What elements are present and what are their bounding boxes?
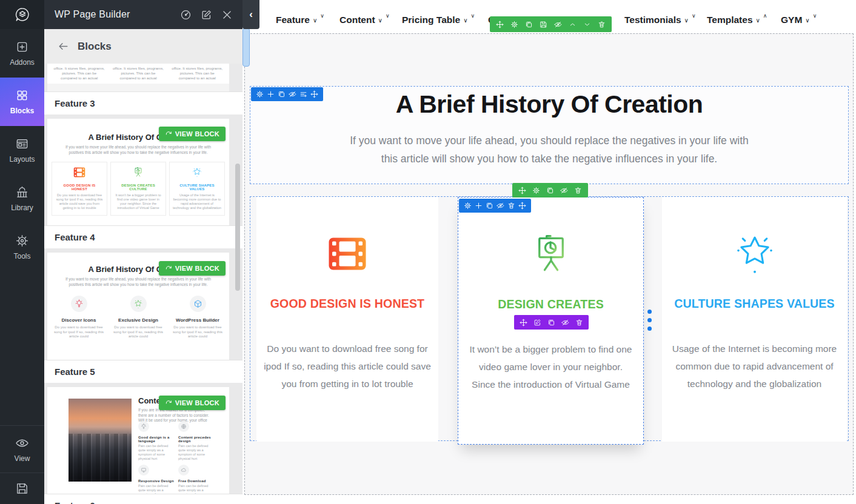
panel-title: Blocks: [78, 41, 112, 53]
sidebar-item-addons[interactable]: Addons: [0, 29, 44, 78]
presentation-icon: [133, 167, 144, 177]
nav-item-feature[interactable]: Feature ∨∨: [276, 15, 324, 25]
copy-button[interactable]: [486, 202, 493, 210]
collapse-panel-button[interactable]: ‹: [242, 0, 259, 29]
page-section[interactable]: A Brief History Of Creation If you want …: [244, 33, 854, 495]
copy-button[interactable]: [278, 90, 286, 98]
eye-off-button[interactable]: [554, 21, 562, 28]
mini-feature-card: DESIGN CREATES CULTURE It won’t be a big…: [110, 162, 166, 216]
nav-item-pricing-table[interactable]: Pricing Table ∨∨: [402, 15, 475, 25]
sidebar-item-blocks[interactable]: Blocks: [0, 78, 44, 126]
chev-down-icon: [583, 21, 591, 28]
save-button[interactable]: [0, 472, 44, 504]
gear-button[interactable]: [510, 21, 518, 28]
back-arrow-icon[interactable]: [58, 41, 69, 52]
chevron-down-small-icon: ∨: [471, 13, 475, 19]
app-logo[interactable]: [0, 0, 44, 29]
move-button[interactable]: [518, 202, 526, 210]
eye-off-button[interactable]: [497, 202, 504, 210]
edit-icon[interactable]: [201, 9, 212, 21]
mini-feature-item: Good design is a language Pain can be de…: [138, 421, 176, 461]
chevron-down-icon: ∨: [684, 17, 689, 24]
chev-up-button[interactable]: [569, 21, 577, 28]
copy-icon: [546, 187, 554, 194]
library-building-icon: [15, 185, 29, 199]
edit-button[interactable]: [533, 319, 541, 327]
nav-item-content[interactable]: Content ∨∨: [339, 15, 389, 25]
block-card-feature-5[interactable]: VIEW BLOCK A Brief History Of Creation I…: [47, 253, 229, 360]
chevron-down-icon: ∨: [805, 17, 809, 24]
save-button[interactable]: [540, 21, 547, 28]
chev-down-button[interactable]: [583, 21, 591, 28]
trash-icon: [507, 202, 515, 210]
block-card-feature-6[interactable]: VIEW BLOCK Content If you are in the mar…: [47, 387, 229, 494]
nav-item-testimonials[interactable]: Testimonials ∨∨: [624, 15, 696, 25]
eye-off-button[interactable]: [560, 187, 568, 194]
chevron-down-icon: ∨: [756, 17, 760, 24]
sidebar-item-library[interactable]: Library: [0, 174, 44, 223]
section-heading: A Brief History Of Creation: [250, 87, 848, 119]
plus-button[interactable]: [475, 202, 483, 210]
view-block-button[interactable]: VIEW BLOCK: [159, 396, 226, 410]
speed-gauge-icon[interactable]: [180, 9, 192, 21]
eye-off-button[interactable]: [561, 319, 569, 327]
move-button[interactable]: [520, 319, 527, 327]
move-button[interactable]: [518, 187, 526, 194]
columns-row[interactable]: GOOD DESIGN IS HONEST Do you want to dow…: [250, 196, 849, 441]
blocks-panel-header: Blocks: [44, 29, 242, 64]
block-label-feature-6: Feature 6: [44, 494, 242, 504]
rows-button[interactable]: [299, 90, 307, 98]
chevron-down-icon: ∨: [378, 17, 383, 24]
close-icon[interactable]: [221, 9, 233, 21]
cube-icon: [193, 299, 202, 308]
sidebar-item-tools[interactable]: Tools: [0, 223, 44, 271]
column-good-design[interactable]: GOOD DESIGN IS HONEST Do you want to dow…: [256, 197, 438, 442]
column-design-creates[interactable]: DESIGN CREATES It won’t be a bigger prob…: [458, 197, 644, 445]
plus-button[interactable]: [267, 90, 275, 98]
rows-icon: [299, 90, 307, 98]
gear-button[interactable]: [464, 202, 472, 210]
mini-feature-card: CULTURE SHAPES VALUES Usage of the Inter…: [169, 162, 225, 216]
sidebar-item-view[interactable]: View: [0, 425, 44, 472]
view-block-button[interactable]: VIEW BLOCK: [159, 261, 226, 276]
copy-button[interactable]: [547, 319, 555, 327]
column-resize-handle[interactable]: [647, 310, 652, 331]
column-toolbar-blue: [459, 199, 531, 213]
layouts-window-icon: [15, 137, 29, 151]
heading-widget[interactable]: A Brief History Of Creation If you want …: [250, 86, 849, 184]
trash-button[interactable]: [574, 187, 582, 194]
star-icon: [133, 299, 143, 309]
save-floppy-icon: [15, 482, 29, 496]
wp-page-builder-logo-icon: [15, 7, 30, 22]
trash-icon: [598, 21, 606, 28]
star-icon: [192, 167, 202, 177]
plus-icon: [475, 202, 483, 210]
trash-button[interactable]: [575, 319, 583, 327]
copy-button[interactable]: [546, 187, 554, 194]
move-button[interactable]: [310, 90, 318, 98]
gear-icon: [256, 90, 264, 98]
nav-item-templates[interactable]: Templates ∨∧: [707, 15, 767, 25]
block-card-feature-3[interactable]: office. It stores files, programs, pictu…: [47, 64, 229, 91]
eye-off-button[interactable]: [289, 90, 296, 98]
move-button[interactable]: [496, 21, 504, 28]
film-icon: [73, 167, 85, 177]
copy-button[interactable]: [525, 21, 533, 28]
block-card-feature-4[interactable]: VIEW BLOCK A Brief History Of Creation I…: [47, 119, 229, 225]
column-culture-shapes[interactable]: CULTURE SHAPES VALUES Usage of the Inter…: [662, 197, 847, 442]
section-edge-handle[interactable]: [242, 28, 250, 67]
trash-button[interactable]: [507, 202, 515, 210]
block-label-feature-3: Feature 3: [44, 91, 242, 114]
sidebar-item-layouts[interactable]: Layouts: [0, 126, 44, 174]
eye-off-icon: [561, 319, 569, 327]
gear-button[interactable]: [256, 90, 264, 98]
tools-gear-icon: [15, 234, 29, 248]
panel-scrollbar-thumb[interactable]: [235, 164, 240, 291]
gear-button[interactable]: [532, 187, 540, 194]
view-block-button[interactable]: VIEW BLOCK: [159, 127, 226, 141]
trash-button[interactable]: [598, 21, 606, 28]
plus-icon: [267, 90, 275, 98]
mini-feature-item: Content precedes design Pain can be defi…: [178, 421, 216, 461]
nav-item-gym[interactable]: GYM ∨∨: [781, 15, 817, 25]
gear-icon: [510, 21, 518, 28]
